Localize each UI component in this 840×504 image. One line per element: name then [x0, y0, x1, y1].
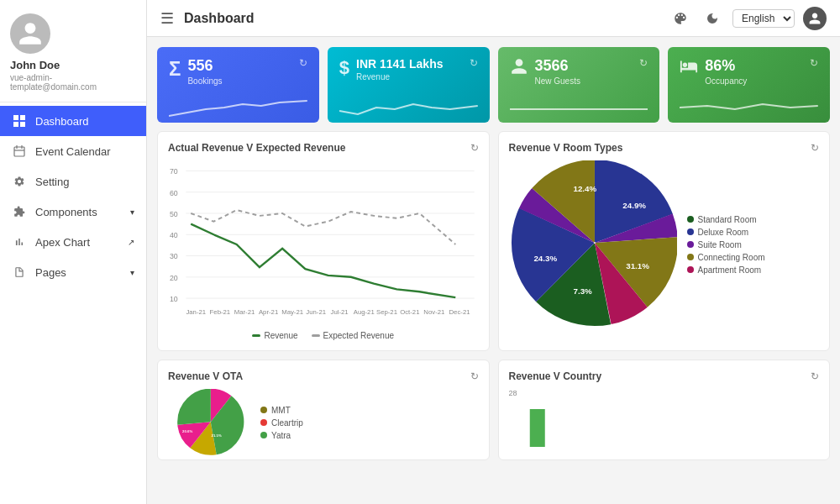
gear-icon: [12, 174, 27, 189]
revenue-chart-refresh-icon[interactable]: ↻: [470, 142, 479, 154]
country-chart-card: Revenue V Country ↻ 28: [498, 360, 831, 460]
country-chart-title: Revenue V Country: [509, 370, 602, 382]
svg-text:Apr-21: Apr-21: [259, 308, 278, 316]
language-select[interactable]: English: [732, 9, 795, 28]
sidebar-item-dashboard[interactable]: Dashboard: [0, 106, 146, 136]
nav-label-pages: Pages: [35, 266, 66, 279]
svg-rect-4: [14, 147, 24, 156]
ota-chart-card: Revenue V OTA ↻ 20.6% 21.5%: [157, 360, 490, 460]
palette-icon[interactable]: [669, 7, 692, 30]
calendar-icon: [12, 144, 27, 159]
legend-mmt: MMT: [260, 406, 303, 415]
country-refresh-icon[interactable]: ↻: [811, 370, 819, 382]
legend-suite-room: Suite Room: [687, 240, 765, 249]
svg-text:Mar-21: Mar-21: [234, 308, 255, 316]
nav-label-dashboard: Dashboard: [35, 115, 89, 128]
legend-cleartrip-label: Cleartrip: [271, 418, 303, 428]
sidebar-item-components[interactable]: Components ▾: [0, 197, 146, 227]
country-y-label: 28: [509, 389, 820, 397]
legend-connecting-dot: [687, 254, 694, 260]
svg-text:7.3%: 7.3%: [573, 286, 592, 296]
legend-apartment-room: Apartment Room: [687, 265, 765, 275]
legend-revenue: Revenue: [252, 331, 297, 340]
legend-standard-room: Standard Room: [687, 215, 765, 224]
file-icon: [12, 265, 27, 280]
profile-name: John Doe: [10, 59, 136, 71]
svg-text:30: 30: [170, 252, 178, 260]
svg-text:Feb-21: Feb-21: [210, 308, 231, 316]
svg-text:21.5%: 21.5%: [212, 433, 222, 438]
legend-deluxe-dot: [687, 228, 694, 235]
svg-text:Nov-21: Nov-21: [423, 308, 444, 316]
country-chart-body: 28: [509, 389, 820, 454]
bookings-value: 556: [187, 57, 298, 75]
chart-icon: [12, 234, 27, 249]
content-area: Σ 556 Bookings ↻ $ INR 11: [147, 37, 840, 504]
svg-text:May-21: May-21: [281, 308, 303, 316]
occupancy-refresh-icon[interactable]: ↻: [810, 57, 818, 69]
header-icons: English: [669, 7, 827, 30]
chevron-down-icon-2: ▾: [130, 268, 134, 277]
sidebar-item-pages[interactable]: Pages ▾: [0, 257, 146, 287]
legend-expected-label: Expected Revenue: [323, 331, 395, 340]
revenue-value: INR 1141 Lakhs: [356, 57, 470, 71]
svg-text:12.4%: 12.4%: [573, 184, 596, 193]
occupancy-sparkline: [680, 92, 818, 123]
legend-suite-label: Suite Room: [698, 240, 742, 249]
svg-text:24.3%: 24.3%: [533, 254, 557, 263]
guests-sparkline: [510, 92, 648, 123]
stat-card-bookings: Σ 556 Bookings ↻: [157, 47, 319, 123]
main-content: ☰ Dashboard English Σ 55: [147, 0, 840, 504]
legend-cleartrip: Cleartrip: [260, 418, 303, 428]
room-types-refresh-icon[interactable]: ↻: [811, 142, 819, 154]
sidebar: John Doe vue-admin-template@domain.com D…: [0, 0, 147, 504]
sidebar-item-event-calendar[interactable]: Event Calendar: [0, 136, 146, 166]
nav-label-components: Components: [35, 206, 97, 218]
nav-label-apex-chart: Apex Chart: [35, 236, 90, 249]
ota-chart-body: 20.6% 21.5% MMT Cleartrip: [168, 389, 479, 456]
legend-apartment-dot: [687, 266, 694, 273]
legend-expected-dot: [312, 334, 320, 337]
ota-chart-title: Revenue V OTA: [168, 370, 243, 382]
legend-deluxe-room: Deluxe Room: [687, 228, 765, 237]
moon-icon[interactable]: [701, 7, 724, 30]
svg-rect-3: [20, 122, 25, 127]
revenue-refresh-icon[interactable]: ↻: [470, 57, 478, 69]
occupancy-label: Occupancy: [705, 76, 810, 86]
ota-legend: MMT Cleartrip Yatra: [260, 406, 303, 440]
stat-card-occupancy: 86% Occupancy ↻: [668, 47, 830, 123]
guests-label: New Guests: [535, 76, 640, 86]
svg-text:60: 60: [170, 189, 178, 197]
room-types-legend: Standard Room Deluxe Room Suite Room: [687, 215, 765, 275]
stat-card-guests: 3566 New Guests ↻: [498, 47, 660, 123]
legend-mmt-label: MMT: [271, 406, 291, 415]
svg-text:Oct-21: Oct-21: [400, 308, 419, 316]
user-account-icon[interactable]: [803, 7, 827, 30]
person-icon: [510, 57, 528, 81]
room-types-chart-body: 24.9% 31.1% 7.3% 24.3% 12.4% Standard Ro…: [509, 160, 820, 328]
svg-text:40: 40: [170, 231, 178, 239]
guests-refresh-icon[interactable]: ↻: [639, 57, 648, 69]
svg-text:20: 20: [170, 274, 178, 282]
legend-mmt-dot: [260, 407, 267, 413]
charts-row-2: Revenue V OTA ↻ 20.6% 21.5%: [157, 360, 830, 460]
ota-refresh-icon[interactable]: ↻: [470, 370, 479, 382]
legend-yatra-dot: [260, 432, 267, 438]
menu-toggle-icon[interactable]: ☰: [160, 9, 174, 28]
room-types-title: Revenue V Room Types: [509, 142, 623, 154]
sidebar-item-setting[interactable]: Setting: [0, 166, 146, 197]
svg-text:Jun-21: Jun-21: [306, 308, 326, 316]
room-types-chart-card: Revenue V Room Types ↻: [498, 131, 831, 351]
svg-rect-2: [13, 122, 18, 127]
svg-text:Sep-21: Sep-21: [376, 308, 397, 316]
legend-standard-dot: [687, 216, 694, 223]
legend-cleartrip-dot: [260, 419, 267, 426]
bookings-refresh-icon[interactable]: ↻: [299, 57, 307, 69]
sidebar-item-apex-chart[interactable]: Apex Chart ↗: [0, 227, 146, 257]
sidebar-nav: Dashboard Event Calendar Setting Compone…: [0, 102, 146, 504]
svg-text:20.6%: 20.6%: [182, 429, 192, 433]
legend-connecting-label: Connecting Room: [698, 253, 765, 262]
svg-text:50: 50: [170, 210, 178, 218]
stat-card-revenue: $ INR 1141 Lakhs Revenue ↻: [328, 47, 490, 123]
external-link-icon: ↗: [128, 238, 134, 247]
